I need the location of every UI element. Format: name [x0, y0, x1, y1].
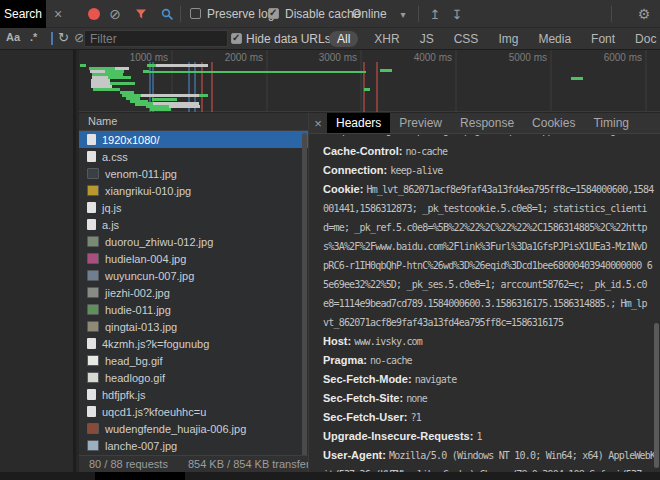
table-row[interactable]: wuyuncun-007.jpg	[79, 267, 308, 284]
header-line: pRC6-r1IH0qbQhP-htnC%26wd%3D%26eqid%3Dcd…	[323, 254, 660, 273]
pill-media[interactable]: Media	[534, 31, 575, 47]
table-row[interactable]: duorou_zhiwu-012.jpg	[79, 233, 308, 250]
table-row[interactable]: jq.js	[79, 199, 308, 216]
image-thumbnail-icon	[87, 236, 99, 247]
pill-js[interactable]: JS	[416, 31, 438, 47]
header-value: 5e69ee32%22%5D; _pk_ses.5.c0e8=1; arccou…	[323, 279, 647, 290]
pill-doc[interactable]: Doc	[631, 31, 660, 47]
pill-img[interactable]: Img	[494, 31, 522, 47]
header-value: no-cache	[370, 355, 412, 366]
disable-cache-label[interactable]: Disable cache	[285, 7, 360, 21]
pill-font[interactable]: Font	[587, 31, 619, 47]
image-thumbnail-icon	[87, 304, 99, 315]
table-row[interactable]: uqcd1.js?kfoeuhhc=u	[79, 403, 308, 420]
request-name: hudie-011.jpg	[105, 304, 171, 316]
table-row[interactable]: wudengfende_huajia-006.jpg	[79, 420, 308, 437]
hide-data-urls-checkbox[interactable]	[231, 33, 242, 44]
preserve-log-label[interactable]: Preserve log	[207, 7, 274, 21]
clear-search-icon[interactable]: ⊘	[74, 28, 83, 50]
request-name: hdfjpfk.js	[102, 389, 145, 401]
search-drawer-tab[interactable]: Search	[0, 0, 46, 28]
pill-xhr[interactable]: XHR	[370, 31, 403, 47]
header-value: s%3A%2F%2Fwww.baidu.com%2Flink%3Furl%3Da…	[323, 241, 647, 252]
document-icon	[87, 202, 96, 213]
refresh-icon[interactable]: ↻	[58, 30, 69, 45]
header-line: Cache-Control: no-cache	[323, 140, 660, 159]
tab-cookies[interactable]: Cookies	[523, 113, 584, 133]
name-column-header[interactable]: Name	[79, 113, 308, 131]
image-thumbnail-icon	[87, 440, 99, 451]
headers-content[interactable]: ml;q=0.9,image/webp,image/apng,*/*;q=0.8…	[309, 135, 660, 472]
document-icon	[87, 219, 96, 230]
table-row[interactable]: hudielan-004.jpg	[79, 250, 308, 267]
export-har-icon[interactable]: ↧	[448, 0, 466, 28]
table-row[interactable]: lanche-007.jpg	[79, 437, 308, 454]
table-row[interactable]: head_bg.gif	[79, 352, 308, 369]
tab-timing[interactable]: Timing	[584, 113, 638, 133]
header-value: none	[406, 393, 427, 404]
table-row[interactable]: qingtai-013.jpg	[79, 318, 308, 335]
match-case-button[interactable]: Aa	[6, 31, 20, 43]
disable-cache-checkbox[interactable]	[268, 8, 279, 19]
chevron-down-icon[interactable]: ▾	[396, 0, 410, 28]
text-caret	[51, 32, 53, 45]
header-line: e8=1114e9bead7cd789.1584000600.3.1586316…	[323, 292, 660, 311]
header-value: vt_862071acf8e9faf43a13fd4ea795ff8c=1586…	[323, 317, 563, 328]
table-row[interactable]: hudie-011.jpg	[79, 301, 308, 318]
table-row[interactable]: 4kzmh.js?k=fogunubg	[79, 335, 308, 352]
preserve-log-checkbox[interactable]	[190, 8, 201, 19]
request-name: a.js	[102, 219, 119, 231]
header-name: Host:	[323, 335, 354, 347]
header-value: ?1	[410, 412, 420, 423]
close-icon[interactable]: ×	[48, 0, 68, 28]
table-row[interactable]: 1920x1080/	[79, 131, 308, 148]
request-name: headlogo.gif	[105, 372, 165, 384]
close-icon[interactable]: ×	[309, 113, 327, 133]
table-row[interactable]: a.css	[79, 148, 308, 165]
network-overview[interactable]: 1000 ms2000 ms3000 ms4000 ms5000 ms6000 …	[79, 50, 660, 112]
toolbar-divider	[611, 6, 612, 22]
header-line: Upgrade-Insecure-Requests: 1	[323, 425, 660, 444]
regex-button[interactable]: .*	[30, 31, 37, 43]
header-value: pRC6-r1IH0qbQhP-htnC%26wd%3D%26eqid%3Dcd…	[323, 260, 652, 271]
summary-bar: 80 / 88 requests 854 KB / 854 KB transfe…	[79, 455, 308, 472]
hide-data-urls-label[interactable]: Hide data URLs	[246, 32, 331, 46]
details-scrollbar[interactable]	[654, 323, 659, 468]
clear-icon[interactable]: ⊘	[106, 0, 124, 28]
header-line: 001441,1586312873; _pk_testcookie.5.c0e8…	[323, 197, 660, 216]
request-name: a.css	[102, 151, 128, 163]
table-row[interactable]: a.js	[79, 216, 308, 233]
pill-all[interactable]: All	[329, 31, 358, 47]
throttling-select[interactable]: Online	[352, 7, 387, 21]
request-details-panel: × HeadersPreviewResponseCookiesTiming ml…	[308, 113, 660, 472]
tab-headers[interactable]: Headers	[327, 113, 390, 133]
header-line: it/537.36 (KHTML, like Gecko) Chrome/78.…	[323, 463, 660, 472]
table-row[interactable]: jiezhi-002.jpg	[79, 284, 308, 301]
header-line: d=me; _pk_ref.5.c0e8=%5B%22%22%2C%22%22%…	[323, 216, 660, 235]
request-name: 4kzmh.js?k=fogunubg	[102, 338, 209, 350]
image-thumbnail-icon	[87, 287, 99, 298]
import-har-icon[interactable]: ↥	[426, 0, 444, 28]
header-name: Sec-Fetch-Site:	[323, 392, 406, 404]
table-row[interactable]: xiangrikui-010.jpg	[79, 182, 308, 199]
image-thumbnail-icon	[87, 185, 99, 196]
search-icon[interactable]	[158, 0, 176, 28]
table-row[interactable]: venom-011.jpg	[79, 165, 308, 182]
header-name: Upgrade-Insecure-Requests:	[323, 430, 476, 442]
header-value: 1	[476, 431, 481, 442]
filter-funnel-icon[interactable]	[132, 0, 150, 28]
filter-input[interactable]	[84, 30, 228, 47]
tab-preview[interactable]: Preview	[390, 113, 451, 133]
request-name: lanche-007.jpg	[105, 440, 177, 452]
header-line: User-Agent: Mozilla/5.0 (Windows NT 10.0…	[323, 444, 660, 463]
tab-response[interactable]: Response	[451, 113, 523, 133]
header-name: Sec-Fetch-User:	[323, 411, 410, 423]
record-icon[interactable]	[88, 8, 100, 20]
document-icon	[87, 389, 96, 400]
gear-icon[interactable]: ⚙	[634, 0, 654, 28]
pill-css[interactable]: CSS	[450, 31, 483, 47]
table-row[interactable]: headlogo.gif	[79, 369, 308, 386]
request-name: qingtai-013.jpg	[105, 321, 177, 333]
list-scrollbar[interactable]	[302, 133, 307, 463]
table-row[interactable]: hdfjpfk.js	[79, 386, 308, 403]
